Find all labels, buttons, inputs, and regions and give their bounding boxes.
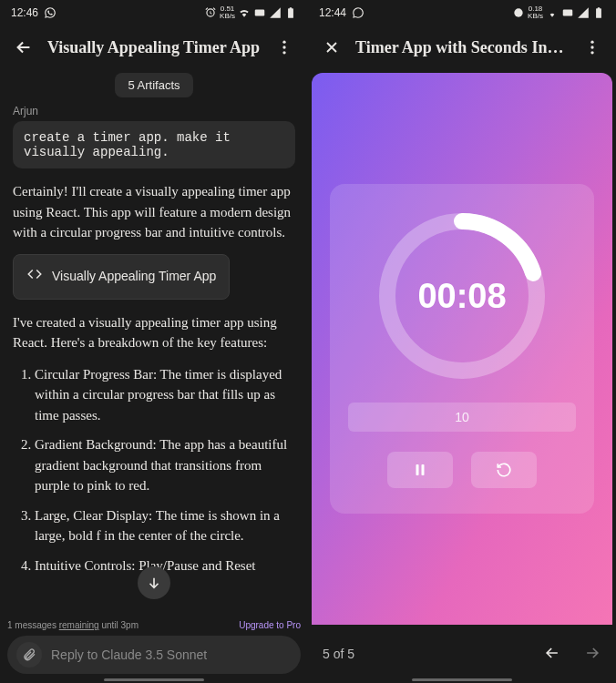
- breakdown-intro: I've created a visually appealing timer …: [13, 312, 295, 353]
- usage-footer: 1 messages remaining until 3pm Upgrade t…: [0, 620, 308, 634]
- upgrade-link[interactable]: Upgrade to Pro: [239, 620, 301, 630]
- volte-icon: [561, 6, 574, 19]
- svg-point-5: [590, 41, 593, 44]
- app-bar: Timer App with Seconds Input and Fi…: [308, 25, 616, 69]
- data-speed: 0.51KB/s: [220, 5, 235, 20]
- wifi-icon: [238, 6, 251, 19]
- prev-button[interactable]: [543, 644, 561, 665]
- scroll-down-button[interactable]: [138, 566, 170, 599]
- reply-placeholder: Reply to Claude 3.5 Sonnet: [51, 647, 292, 662]
- intro-text: Certainly! I'll create a visually appeal…: [13, 181, 295, 243]
- artifact-footer: 5 of 5: [308, 625, 616, 683]
- status-bar: 12:46 0.51KB/s: [0, 0, 308, 25]
- back-icon[interactable]: [13, 36, 35, 58]
- svg-rect-11: [422, 464, 425, 475]
- alarm-icon: [512, 6, 525, 19]
- feature-item: Large, Clear Display: The time is shown …: [35, 505, 295, 546]
- alarm-icon: [204, 6, 217, 19]
- status-time: 12:44: [319, 6, 346, 19]
- battery-icon: [284, 6, 297, 19]
- attach-icon[interactable]: [16, 642, 42, 668]
- messages-remaining: 1 messages remaining until 3pm: [7, 620, 139, 630]
- close-icon[interactable]: [321, 36, 343, 58]
- artifact-title: Timer App with Seconds Input and Fi…: [355, 38, 569, 57]
- nav-indicator: [104, 678, 204, 681]
- svg-point-7: [590, 51, 593, 54]
- status-time: 12:46: [11, 6, 38, 19]
- timer-panel: 00:08 10: [330, 184, 594, 514]
- artifact-card[interactable]: Visually Appealing Timer App: [13, 254, 230, 300]
- next-button[interactable]: [583, 644, 601, 665]
- artifact-preview: 00:08 10: [312, 73, 612, 625]
- whatsapp-icon: [44, 6, 56, 19]
- page-indicator: 5 of 5: [323, 647, 354, 661]
- whatsapp-icon: [352, 6, 364, 19]
- feature-item: Gradient Background: The app has a beaut…: [35, 434, 295, 496]
- svg-point-1: [282, 41, 285, 44]
- chat-screen: 12:46 0.51KB/s Visually Appealing Timer …: [0, 0, 308, 683]
- timer-display: 00:08: [375, 209, 549, 382]
- reset-button[interactable]: [471, 452, 537, 488]
- artifact-title: Visually Appealing Timer App: [52, 267, 216, 286]
- artifacts-badge[interactable]: 5 Artifacts: [115, 73, 192, 97]
- user-message: create a timer app. make it visually app…: [13, 121, 295, 168]
- svg-rect-0: [255, 10, 265, 16]
- more-icon[interactable]: [273, 36, 295, 58]
- signal-icon: [269, 6, 282, 19]
- status-bar: 12:44 0.18KB/s: [308, 0, 616, 25]
- svg-rect-10: [416, 464, 419, 475]
- artifact-screen: 12:44 0.18KB/s Timer App with Seconds In…: [308, 0, 616, 683]
- feature-item: Circular Progress Bar: The timer is disp…: [35, 364, 295, 426]
- data-speed: 0.18KB/s: [528, 5, 543, 20]
- wifi-icon: [546, 6, 559, 19]
- pause-button[interactable]: [387, 452, 453, 488]
- code-icon: [26, 266, 43, 288]
- progress-ring: 00:08: [375, 209, 549, 382]
- svg-point-6: [590, 46, 593, 48]
- page-title: Visually Appealing Timer App: [47, 38, 261, 57]
- app-bar: Visually Appealing Timer App: [0, 25, 308, 69]
- more-icon[interactable]: [581, 36, 603, 58]
- reply-input[interactable]: Reply to Claude 3.5 Sonnet: [7, 636, 301, 674]
- signal-icon: [577, 6, 590, 19]
- svg-rect-4: [563, 10, 573, 16]
- volte-icon: [253, 6, 266, 19]
- svg-point-2: [282, 46, 285, 48]
- seconds-input[interactable]: 10: [348, 403, 576, 432]
- user-name: Arjun: [0, 105, 308, 117]
- nav-indicator: [412, 678, 512, 681]
- battery-icon: [592, 6, 605, 19]
- assistant-response: Certainly! I'll create a visually appeal…: [0, 181, 308, 683]
- svg-point-3: [282, 51, 285, 54]
